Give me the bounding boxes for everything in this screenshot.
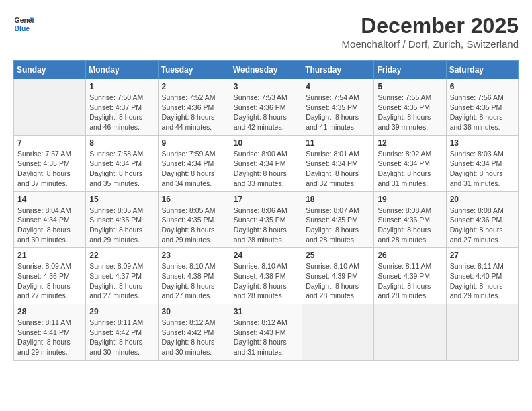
weekday-header-sunday: Sunday bbox=[14, 61, 86, 79]
calendar-cell bbox=[302, 304, 374, 361]
day-info: Sunrise: 8:07 AM Sunset: 4:35 PM Dayligh… bbox=[306, 205, 370, 245]
day-number: 14 bbox=[17, 195, 82, 204]
logo: General Blue bbox=[13, 13, 35, 35]
calendar-cell: 31Sunrise: 8:12 AM Sunset: 4:43 PM Dayli… bbox=[230, 304, 302, 361]
calendar-cell: 16Sunrise: 8:05 AM Sunset: 4:35 PM Dayli… bbox=[158, 191, 230, 248]
calendar-cell: 22Sunrise: 8:09 AM Sunset: 4:37 PM Dayli… bbox=[86, 248, 158, 304]
calendar-cell: 6Sunrise: 7:56 AM Sunset: 4:35 PM Daylig… bbox=[446, 79, 518, 136]
calendar-table: SundayMondayTuesdayWednesdayThursdayFrid… bbox=[13, 60, 519, 361]
calendar-cell: 17Sunrise: 8:06 AM Sunset: 4:35 PM Dayli… bbox=[230, 191, 302, 248]
location-title: Moenchaltorf / Dorf, Zurich, Switzerland bbox=[342, 38, 519, 50]
day-number: 3 bbox=[234, 82, 298, 91]
day-number: 21 bbox=[17, 250, 82, 260]
day-number: 27 bbox=[450, 250, 515, 260]
day-number: 29 bbox=[89, 307, 154, 316]
month-year-title: December 2025 bbox=[342, 13, 519, 38]
page-header: General Blue December 2025 Moenchaltorf … bbox=[13, 13, 519, 50]
day-info: Sunrise: 8:08 AM Sunset: 4:36 PM Dayligh… bbox=[378, 205, 442, 245]
weekday-header-wednesday: Wednesday bbox=[230, 61, 302, 79]
day-number: 8 bbox=[89, 138, 154, 148]
calendar-cell: 10Sunrise: 8:00 AM Sunset: 4:34 PM Dayli… bbox=[230, 135, 302, 191]
day-number: 24 bbox=[234, 250, 298, 260]
calendar-week-row: 28Sunrise: 8:11 AM Sunset: 4:41 PM Dayli… bbox=[14, 304, 519, 361]
day-number: 28 bbox=[17, 307, 82, 316]
day-number: 31 bbox=[234, 307, 298, 316]
calendar-header: SundayMondayTuesdayWednesdayThursdayFrid… bbox=[14, 61, 519, 79]
day-number: 7 bbox=[17, 138, 82, 148]
calendar-cell: 14Sunrise: 8:04 AM Sunset: 4:34 PM Dayli… bbox=[14, 191, 86, 248]
calendar-week-row: 21Sunrise: 8:09 AM Sunset: 4:36 PM Dayli… bbox=[14, 248, 519, 304]
day-number: 23 bbox=[162, 250, 226, 260]
calendar-cell: 30Sunrise: 8:12 AM Sunset: 4:42 PM Dayli… bbox=[158, 304, 230, 361]
calendar-cell: 2Sunrise: 7:52 AM Sunset: 4:36 PM Daylig… bbox=[158, 79, 230, 136]
day-info: Sunrise: 7:58 AM Sunset: 4:34 PM Dayligh… bbox=[89, 149, 154, 189]
day-number: 13 bbox=[450, 138, 515, 148]
calendar-cell: 24Sunrise: 8:10 AM Sunset: 4:38 PM Dayli… bbox=[230, 248, 302, 304]
calendar-cell: 19Sunrise: 8:08 AM Sunset: 4:36 PM Dayli… bbox=[374, 191, 446, 248]
day-number: 22 bbox=[89, 250, 154, 260]
day-info: Sunrise: 7:55 AM Sunset: 4:35 PM Dayligh… bbox=[378, 93, 442, 132]
day-number: 20 bbox=[450, 195, 515, 204]
day-info: Sunrise: 8:11 AM Sunset: 4:40 PM Dayligh… bbox=[450, 261, 515, 301]
day-info: Sunrise: 8:03 AM Sunset: 4:34 PM Dayligh… bbox=[450, 149, 515, 189]
day-info: Sunrise: 8:10 AM Sunset: 4:38 PM Dayligh… bbox=[234, 261, 298, 301]
day-info: Sunrise: 8:01 AM Sunset: 4:34 PM Dayligh… bbox=[306, 149, 370, 189]
day-number: 10 bbox=[234, 138, 298, 148]
calendar-cell: 21Sunrise: 8:09 AM Sunset: 4:36 PM Dayli… bbox=[14, 248, 86, 304]
calendar-cell: 8Sunrise: 7:58 AM Sunset: 4:34 PM Daylig… bbox=[86, 135, 158, 191]
day-info: Sunrise: 8:09 AM Sunset: 4:37 PM Dayligh… bbox=[89, 261, 154, 301]
calendar-cell bbox=[446, 304, 518, 361]
day-info: Sunrise: 8:11 AM Sunset: 4:39 PM Dayligh… bbox=[378, 261, 442, 301]
calendar-cell: 7Sunrise: 7:57 AM Sunset: 4:35 PM Daylig… bbox=[14, 135, 86, 191]
day-info: Sunrise: 8:08 AM Sunset: 4:36 PM Dayligh… bbox=[450, 205, 515, 245]
day-number: 12 bbox=[378, 138, 442, 148]
calendar-cell: 23Sunrise: 8:10 AM Sunset: 4:38 PM Dayli… bbox=[158, 248, 230, 304]
day-number: 11 bbox=[306, 138, 370, 148]
weekday-header-saturday: Saturday bbox=[446, 61, 518, 79]
logo-icon: General Blue bbox=[13, 13, 35, 35]
calendar-cell: 3Sunrise: 7:53 AM Sunset: 4:36 PM Daylig… bbox=[230, 79, 302, 136]
day-info: Sunrise: 7:52 AM Sunset: 4:36 PM Dayligh… bbox=[162, 93, 226, 132]
calendar-cell: 29Sunrise: 8:11 AM Sunset: 4:42 PM Dayli… bbox=[86, 304, 158, 361]
calendar-cell: 26Sunrise: 8:11 AM Sunset: 4:39 PM Dayli… bbox=[374, 248, 446, 304]
weekday-header-thursday: Thursday bbox=[302, 61, 374, 79]
day-info: Sunrise: 8:12 AM Sunset: 4:43 PM Dayligh… bbox=[234, 318, 298, 357]
calendar-cell bbox=[14, 79, 86, 136]
day-info: Sunrise: 8:10 AM Sunset: 4:38 PM Dayligh… bbox=[162, 261, 226, 301]
calendar-cell: 4Sunrise: 7:54 AM Sunset: 4:35 PM Daylig… bbox=[302, 79, 374, 136]
day-info: Sunrise: 8:12 AM Sunset: 4:42 PM Dayligh… bbox=[162, 318, 226, 357]
calendar-cell: 25Sunrise: 8:10 AM Sunset: 4:39 PM Dayli… bbox=[302, 248, 374, 304]
calendar-cell: 20Sunrise: 8:08 AM Sunset: 4:36 PM Dayli… bbox=[446, 191, 518, 248]
day-info: Sunrise: 8:05 AM Sunset: 4:35 PM Dayligh… bbox=[89, 205, 154, 245]
calendar-week-row: 1Sunrise: 7:50 AM Sunset: 4:37 PM Daylig… bbox=[14, 79, 519, 136]
day-info: Sunrise: 8:06 AM Sunset: 4:35 PM Dayligh… bbox=[234, 205, 298, 245]
calendar-cell bbox=[374, 304, 446, 361]
day-info: Sunrise: 8:00 AM Sunset: 4:34 PM Dayligh… bbox=[234, 149, 298, 189]
calendar-cell: 11Sunrise: 8:01 AM Sunset: 4:34 PM Dayli… bbox=[302, 135, 374, 191]
day-number: 9 bbox=[162, 138, 226, 148]
day-number: 4 bbox=[306, 82, 370, 91]
day-info: Sunrise: 8:10 AM Sunset: 4:39 PM Dayligh… bbox=[306, 261, 370, 301]
day-info: Sunrise: 7:56 AM Sunset: 4:35 PM Dayligh… bbox=[450, 93, 515, 132]
day-info: Sunrise: 8:11 AM Sunset: 4:42 PM Dayligh… bbox=[89, 318, 154, 357]
day-number: 19 bbox=[378, 195, 442, 204]
day-info: Sunrise: 7:53 AM Sunset: 4:36 PM Dayligh… bbox=[234, 93, 298, 132]
calendar-cell: 12Sunrise: 8:02 AM Sunset: 4:34 PM Dayli… bbox=[374, 135, 446, 191]
day-number: 18 bbox=[306, 195, 370, 204]
day-number: 26 bbox=[378, 250, 442, 260]
calendar-cell: 15Sunrise: 8:05 AM Sunset: 4:35 PM Dayli… bbox=[86, 191, 158, 248]
weekday-header-monday: Monday bbox=[86, 61, 158, 79]
calendar-cell: 27Sunrise: 8:11 AM Sunset: 4:40 PM Dayli… bbox=[446, 248, 518, 304]
calendar-cell: 9Sunrise: 7:59 AM Sunset: 4:34 PM Daylig… bbox=[158, 135, 230, 191]
day-number: 5 bbox=[378, 82, 442, 91]
calendar-week-row: 7Sunrise: 7:57 AM Sunset: 4:35 PM Daylig… bbox=[14, 135, 519, 191]
day-info: Sunrise: 8:11 AM Sunset: 4:41 PM Dayligh… bbox=[17, 318, 82, 357]
day-number: 17 bbox=[234, 195, 298, 204]
day-info: Sunrise: 7:50 AM Sunset: 4:37 PM Dayligh… bbox=[89, 93, 154, 132]
calendar-cell: 18Sunrise: 8:07 AM Sunset: 4:35 PM Dayli… bbox=[302, 191, 374, 248]
calendar-cell: 5Sunrise: 7:55 AM Sunset: 4:35 PM Daylig… bbox=[374, 79, 446, 136]
calendar-week-row: 14Sunrise: 8:04 AM Sunset: 4:34 PM Dayli… bbox=[14, 191, 519, 248]
day-number: 2 bbox=[162, 82, 226, 91]
day-info: Sunrise: 7:57 AM Sunset: 4:35 PM Dayligh… bbox=[17, 149, 82, 189]
day-info: Sunrise: 7:59 AM Sunset: 4:34 PM Dayligh… bbox=[162, 149, 226, 189]
